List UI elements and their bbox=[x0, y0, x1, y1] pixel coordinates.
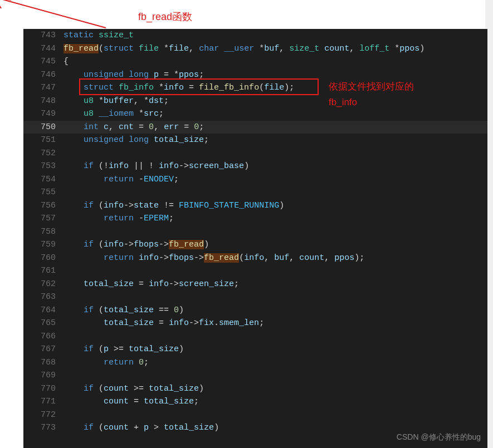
line-number: 748 bbox=[23, 95, 64, 108]
line-number: 749 bbox=[23, 107, 64, 121]
line-number: 745 bbox=[23, 55, 64, 68]
code-line[interactable]: 757 return -EPERM; bbox=[23, 212, 487, 225]
code-content bbox=[64, 186, 487, 199]
code-content: return info->fbops->fb_read(info, buf, c… bbox=[64, 252, 487, 265]
code-content: if (p >= total_size) bbox=[64, 343, 487, 356]
code-line[interactable]: 758 bbox=[23, 225, 487, 239]
code-line[interactable]: 763 bbox=[23, 291, 487, 304]
line-number: 754 bbox=[23, 173, 64, 186]
code-editor: 743static ssize_t744fb_read(struct file … bbox=[23, 29, 487, 448]
arrow-annotation bbox=[0, 0, 139, 29]
code-content: return -EPERM; bbox=[64, 212, 487, 225]
line-number: 751 bbox=[23, 134, 64, 147]
line-number: 759 bbox=[23, 238, 64, 252]
code-line[interactable]: 760 return info->fbops->fb_read(info, bu… bbox=[23, 252, 487, 265]
code-content: u8 *buffer, *dst; bbox=[64, 95, 487, 108]
line-number: 767 bbox=[23, 343, 64, 356]
line-number: 769 bbox=[23, 369, 64, 382]
code-content: if (count >= total_size) bbox=[64, 382, 487, 396]
code-line[interactable]: 766 bbox=[23, 330, 487, 343]
code-line[interactable]: 770 if (count >= total_size) bbox=[23, 382, 487, 396]
code-line[interactable]: 750 int c, cnt = 0, err = 0; bbox=[23, 121, 487, 134]
code-content: fb_read(struct file *file, char __user *… bbox=[64, 42, 487, 56]
code-content bbox=[64, 369, 487, 382]
line-number: 770 bbox=[23, 382, 64, 396]
code-content bbox=[64, 264, 487, 278]
code-content: if (!info || ! info->screen_base) bbox=[64, 160, 487, 173]
top-annotation-area: fb_read函数 bbox=[0, 0, 493, 29]
side-annotation-line2: fb_info bbox=[329, 95, 414, 110]
line-number: 772 bbox=[23, 408, 64, 422]
line-number: 773 bbox=[23, 421, 64, 435]
line-number: 756 bbox=[23, 199, 64, 213]
code-line[interactable]: 744fb_read(struct file *file, char __use… bbox=[23, 42, 487, 56]
svg-line-0 bbox=[0, 0, 106, 28]
code-line[interactable]: 761 bbox=[23, 264, 487, 278]
code-content: if (info->state != FBINFO_STATE_RUNNING) bbox=[64, 199, 487, 213]
code-line[interactable]: 743static ssize_t bbox=[23, 29, 487, 42]
code-content: total_size = info->fix.smem_len; bbox=[64, 317, 487, 330]
code-content: total_size = info->screen_size; bbox=[64, 278, 487, 291]
line-number: 750 bbox=[23, 121, 64, 134]
code-content bbox=[64, 291, 487, 304]
code-content bbox=[64, 147, 487, 160]
line-number: 743 bbox=[23, 29, 64, 42]
code-content: static ssize_t bbox=[64, 29, 487, 42]
code-line[interactable]: 751 unsigned long total_size; bbox=[23, 134, 487, 147]
line-number: 764 bbox=[23, 304, 64, 317]
code-line[interactable]: 772 bbox=[23, 408, 487, 422]
code-content: unsigned long total_size; bbox=[64, 134, 487, 147]
code-line[interactable]: 764 if (total_size == 0) bbox=[23, 304, 487, 317]
code-line[interactable]: 749 u8 __iomem *src; bbox=[23, 107, 487, 121]
watermark: CSDN @修心养性的bug bbox=[397, 432, 481, 442]
line-number: 771 bbox=[23, 395, 64, 408]
code-line[interactable]: 765 total_size = info->fix.smem_len; bbox=[23, 317, 487, 330]
code-content: count = total_size; bbox=[64, 395, 487, 408]
code-content bbox=[64, 225, 487, 239]
code-content bbox=[64, 408, 487, 422]
side-annotation-line1: 依据文件找到对应的 bbox=[329, 79, 414, 95]
code-line[interactable]: 745{ bbox=[23, 55, 487, 68]
line-number: 763 bbox=[23, 291, 64, 304]
code-line[interactable]: 767 if (p >= total_size) bbox=[23, 343, 487, 356]
line-number: 765 bbox=[23, 317, 64, 330]
code-content: int c, cnt = 0, err = 0; bbox=[64, 121, 487, 134]
line-number: 755 bbox=[23, 186, 64, 199]
line-number: 758 bbox=[23, 225, 64, 239]
code-line[interactable]: 753 if (!info || ! info->screen_base) bbox=[23, 160, 487, 173]
code-content: if (total_size == 0) bbox=[64, 304, 487, 317]
top-annotation-label: fb_read函数 bbox=[138, 10, 192, 23]
code-line[interactable]: 755 bbox=[23, 186, 487, 199]
code-line[interactable]: 769 bbox=[23, 369, 487, 382]
code-line[interactable]: 754 return -ENODEV; bbox=[23, 173, 487, 186]
line-number: 766 bbox=[23, 330, 64, 343]
line-number: 752 bbox=[23, 147, 64, 160]
code-line[interactable]: 748 u8 *buffer, *dst; bbox=[23, 95, 487, 108]
code-line[interactable]: 771 count = total_size; bbox=[23, 395, 487, 408]
line-number: 768 bbox=[23, 356, 64, 370]
code-content: if (info->fbops->fb_read) bbox=[64, 238, 487, 252]
code-content: return 0; bbox=[64, 356, 487, 370]
code-content: return -ENODEV; bbox=[64, 173, 487, 186]
highlight-box bbox=[79, 78, 319, 95]
line-number: 753 bbox=[23, 160, 64, 173]
code-line[interactable]: 759 if (info->fbops->fb_read) bbox=[23, 238, 487, 252]
svg-line-2 bbox=[0, 0, 1, 8]
line-number: 746 bbox=[23, 68, 64, 82]
side-annotation: 依据文件找到对应的 fb_info bbox=[329, 79, 414, 110]
code-content: u8 __iomem *src; bbox=[64, 107, 487, 121]
line-number: 744 bbox=[23, 42, 64, 56]
line-number: 761 bbox=[23, 264, 64, 278]
line-number: 762 bbox=[23, 278, 64, 291]
line-number: 747 bbox=[23, 81, 64, 95]
code-content bbox=[64, 330, 487, 343]
code-content: { bbox=[64, 55, 487, 68]
line-number: 760 bbox=[23, 252, 64, 265]
code-line[interactable]: 752 bbox=[23, 147, 487, 160]
code-line[interactable]: 768 return 0; bbox=[23, 356, 487, 370]
code-line[interactable]: 762 total_size = info->screen_size; bbox=[23, 278, 487, 291]
code-line[interactable]: 756 if (info->state != FBINFO_STATE_RUNN… bbox=[23, 199, 487, 213]
line-number: 757 bbox=[23, 212, 64, 225]
